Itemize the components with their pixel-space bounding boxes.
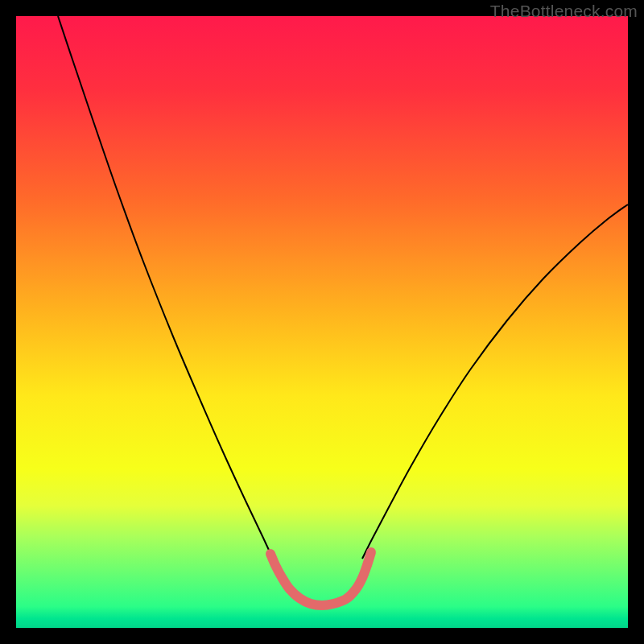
left-curve-path [58, 16, 273, 559]
plot-area [16, 16, 628, 628]
curve-layer [16, 16, 628, 628]
chart-frame: TheBottleneck.com [0, 0, 644, 644]
watermark-text: TheBottleneck.com [490, 2, 638, 21]
right-curve-path [362, 204, 628, 559]
bottom-highlight-path [270, 552, 371, 605]
